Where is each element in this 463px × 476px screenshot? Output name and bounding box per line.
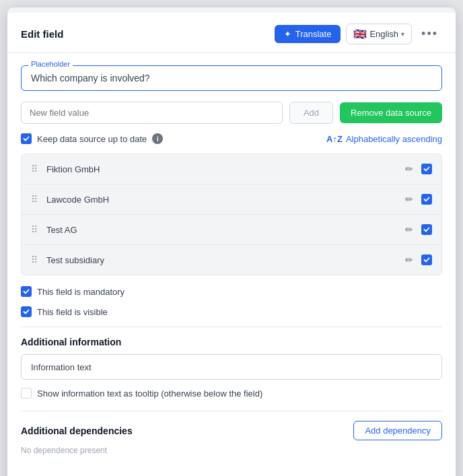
additional-info-title: Additional information <box>21 337 442 347</box>
drag-handle-icon[interactable]: ⠿ <box>31 254 38 265</box>
edit-field-modal: Edit field ✦ Translate 🇬🇧 English ▾ ••• … <box>7 7 456 476</box>
language-selector[interactable]: 🇬🇧 English ▾ <box>346 24 412 44</box>
edit-item-button[interactable]: ✏ <box>402 253 416 267</box>
visible-label: This field is visible <box>37 307 108 317</box>
list-item: ⠿ Test subsidiary ✏ <box>22 245 441 275</box>
flag-icon: 🇬🇧 <box>353 28 367 40</box>
mandatory-checkbox[interactable] <box>21 286 32 297</box>
item-name: Test AG <box>46 225 402 235</box>
remove-datasource-button[interactable]: Remove data source <box>340 102 442 123</box>
placeholder-field-group: Placeholder <box>21 65 442 91</box>
list-item: ⠿ Lawcode GmbH ✏ <box>22 184 441 215</box>
item-name: Fiktion GmbH <box>46 164 402 174</box>
modal-body: Placeholder Add Remove data source Keep … <box>7 53 456 476</box>
info-text-input[interactable] <box>31 362 432 372</box>
item-actions: ✏ <box>402 162 432 176</box>
mandatory-section: This field is mandatory <box>21 286 442 297</box>
modal-header: Edit field ✦ Translate 🇬🇧 English ▾ ••• <box>7 13 456 53</box>
sort-label: Alphabetically ascending <box>346 134 442 144</box>
chevron-down-icon: ▾ <box>401 30 404 38</box>
item-checkbox[interactable] <box>421 164 432 174</box>
items-list: ⠿ Fiktion GmbH ✏ ⠿ Lawcode GmbH ✏ ⠿ Test… <box>21 154 442 275</box>
item-checkbox[interactable] <box>421 224 432 235</box>
edit-item-button[interactable]: ✏ <box>402 193 416 206</box>
modal-title: Edit field <box>21 28 63 40</box>
drag-handle-icon[interactable]: ⠿ <box>31 224 38 235</box>
keep-datasource-row: Keep data source up to date i <box>21 133 163 144</box>
header-actions: ✦ Translate 🇬🇧 English ▾ ••• <box>275 24 442 44</box>
placeholder-label: Placeholder <box>28 60 73 68</box>
tooltip-row: Show information text as tooltip (otherw… <box>21 388 442 399</box>
translate-icon: ✦ <box>284 29 291 39</box>
mandatory-label: This field is mandatory <box>37 287 124 297</box>
tooltip-label: Show information text as tooltip (otherw… <box>37 388 262 399</box>
list-item: ⠿ Test AG ✏ <box>22 215 441 245</box>
item-name: Lawcode GmbH <box>46 195 402 205</box>
more-options-button[interactable]: ••• <box>417 26 442 42</box>
item-actions: ✏ <box>402 223 432 236</box>
translate-button[interactable]: ✦ Translate <box>275 25 341 43</box>
additional-deps-header: Additional dependencies Add dependency <box>21 421 442 440</box>
translate-label: Translate <box>295 29 332 39</box>
item-checkbox[interactable] <box>421 194 432 205</box>
info-input-group <box>21 354 442 380</box>
item-actions: ✏ <box>402 193 432 206</box>
deps-title: Additional dependencies <box>21 426 133 436</box>
dots-icon: ••• <box>421 27 438 40</box>
add-value-row: Add Remove data source <box>21 102 442 124</box>
tooltip-checkbox[interactable] <box>21 388 32 399</box>
placeholder-input[interactable] <box>31 73 432 83</box>
placeholder-section: Placeholder <box>21 65 442 91</box>
no-dependence-text: No dependence present <box>21 446 442 455</box>
list-item: ⠿ Fiktion GmbH ✏ <box>22 154 441 184</box>
datasource-options: Keep data source up to date i A↑Z Alphab… <box>21 133 442 144</box>
keep-datasource-checkbox[interactable] <box>21 133 32 144</box>
keep-datasource-label: Keep data source up to date <box>37 134 147 144</box>
new-value-input[interactable] <box>21 102 283 124</box>
visible-section: This field is visible <box>21 306 442 317</box>
language-label: English <box>369 29 398 39</box>
item-checkbox[interactable] <box>421 254 432 265</box>
info-icon[interactable]: i <box>152 133 163 144</box>
item-actions: ✏ <box>402 253 432 267</box>
az-icon: A↑Z <box>326 134 343 144</box>
edit-item-button[interactable]: ✏ <box>402 162 416 176</box>
sort-button[interactable]: A↑Z Alphabetically ascending <box>326 134 442 144</box>
drag-handle-icon[interactable]: ⠿ <box>31 194 38 205</box>
edit-item-button[interactable]: ✏ <box>402 223 416 236</box>
add-dependency-button[interactable]: Add dependency <box>353 421 442 440</box>
modal-top-bar <box>7 7 456 13</box>
item-name: Test subsidiary <box>46 255 402 265</box>
add-button[interactable]: Add <box>289 102 333 124</box>
drag-handle-icon[interactable]: ⠿ <box>31 164 38 174</box>
visible-checkbox[interactable] <box>21 306 32 317</box>
